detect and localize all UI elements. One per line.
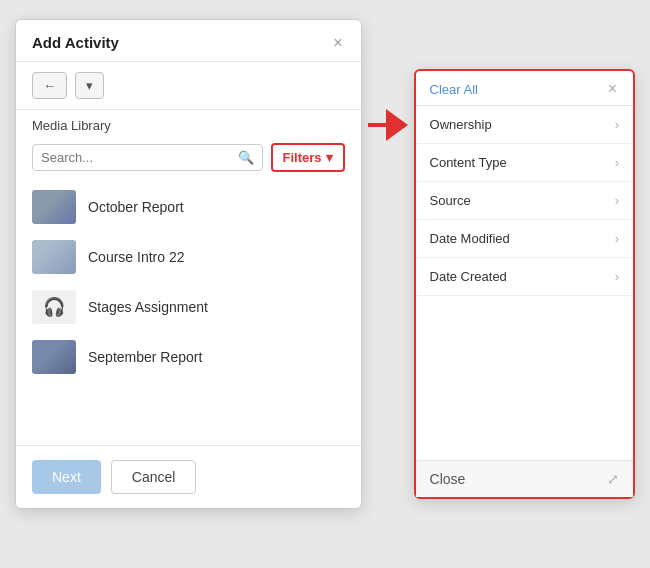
dropdown-icon: ▾ (86, 78, 93, 93)
dialog-header: Add Activity × (16, 20, 361, 62)
media-thumbnail-audio: 🎧 (32, 290, 76, 324)
media-thumbnail (32, 240, 76, 274)
cancel-button[interactable]: Cancel (111, 460, 197, 494)
media-item-title: September Report (88, 349, 202, 365)
dialog-title: Add Activity (32, 34, 119, 51)
clear-all-link[interactable]: Clear All (430, 82, 478, 97)
search-input[interactable] (41, 150, 234, 165)
media-thumbnail (32, 190, 76, 224)
chevron-right-icon: › (615, 231, 619, 246)
filters-button[interactable]: Filters ▾ (271, 143, 345, 172)
media-item[interactable]: October Report (16, 182, 361, 232)
arrow-shaft (368, 123, 386, 127)
section-label: Media Library (16, 110, 361, 137)
arrow-head (386, 109, 408, 141)
next-button[interactable]: Next (32, 460, 101, 494)
toolbar-dropdown-button[interactable]: ▾ (75, 72, 104, 99)
search-icon: 🔍 (238, 150, 254, 165)
media-list: October Report Course Intro 22 🎧 Stages … (16, 178, 361, 445)
filter-item-label: Date Created (430, 269, 507, 284)
media-item-title: October Report (88, 199, 184, 215)
media-item-title: Stages Assignment (88, 299, 208, 315)
chevron-right-icon: › (615, 269, 619, 284)
filter-item-label: Date Modified (430, 231, 510, 246)
filter-item-content-type[interactable]: Content Type › (416, 144, 633, 182)
filter-close-button-bottom[interactable]: Close (430, 471, 466, 487)
chevron-right-icon: › (615, 193, 619, 208)
media-item[interactable]: 🎧 Stages Assignment (16, 282, 361, 332)
media-item-title: Course Intro 22 (88, 249, 185, 265)
media-item[interactable]: Course Intro 22 (16, 232, 361, 282)
chevron-right-icon: › (615, 117, 619, 132)
filter-panel: Clear All × Ownership › Content Type › S… (414, 69, 635, 499)
back-icon: ← (43, 78, 56, 93)
back-button[interactable]: ← (32, 72, 67, 99)
filter-item-source[interactable]: Source › (416, 182, 633, 220)
filters-label: Filters (283, 150, 322, 165)
search-input-wrap: 🔍 (32, 144, 263, 171)
search-row: 🔍 Filters ▾ (16, 137, 361, 178)
filter-item-label: Ownership (430, 117, 492, 132)
main-dialog: Add Activity × ← ▾ Media Library 🔍 Filte… (15, 19, 362, 509)
dialog-close-button[interactable]: × (331, 35, 344, 51)
filter-panel-footer: Close ⤢ (416, 460, 633, 497)
dialog-footer: Next Cancel (16, 445, 361, 508)
filter-item-date-created[interactable]: Date Created › (416, 258, 633, 296)
filter-item-ownership[interactable]: Ownership › (416, 106, 633, 144)
dialog-toolbar: ← ▾ (16, 62, 361, 110)
chevron-right-icon: › (615, 155, 619, 170)
media-thumbnail (32, 340, 76, 374)
media-item[interactable]: September Report (16, 332, 361, 382)
filter-item-label: Source (430, 193, 471, 208)
filter-panel-header: Clear All × (416, 71, 633, 106)
filters-dropdown-icon: ▾ (326, 150, 333, 165)
filter-close-button[interactable]: × (606, 81, 619, 97)
filter-item-label: Content Type (430, 155, 507, 170)
arrow-indicator (362, 109, 414, 141)
resize-icon: ⤢ (607, 471, 619, 487)
filter-item-date-modified[interactable]: Date Modified › (416, 220, 633, 258)
